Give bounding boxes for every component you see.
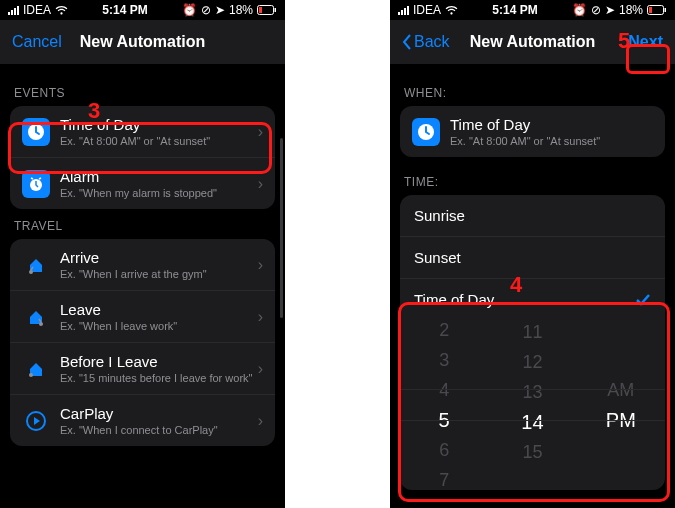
- svg-point-6: [39, 322, 43, 326]
- chevron-right-icon: ›: [258, 360, 263, 378]
- back-label: Back: [414, 33, 450, 51]
- travel-group: Arrive Ex. "When I arrive at the gym" › …: [10, 239, 275, 446]
- back-button[interactable]: Back: [402, 33, 450, 51]
- chevron-right-icon: ›: [258, 175, 263, 193]
- scrollbar[interactable]: [280, 138, 283, 318]
- svg-point-7: [29, 373, 33, 377]
- signal-bars-icon: [8, 6, 19, 15]
- section-when-label: WHEN:: [404, 86, 661, 100]
- cancel-button[interactable]: Cancel: [12, 33, 62, 51]
- page-title: New Automation: [470, 33, 596, 51]
- battery-icon: [257, 5, 277, 15]
- rotation-lock-icon: ⊘: [591, 3, 601, 17]
- chevron-right-icon: ›: [258, 308, 263, 326]
- leave-icon: [22, 303, 50, 331]
- status-time: 5:14 PM: [492, 3, 537, 17]
- row-subtitle: Ex. "When I leave work": [60, 320, 258, 332]
- option-sunset[interactable]: Sunset: [400, 236, 665, 278]
- wifi-icon: [55, 5, 68, 15]
- arrive-icon: [22, 251, 50, 279]
- when-card: Time of Day Ex. "At 8:00 AM" or "At suns…: [400, 106, 665, 157]
- when-subtitle: Ex. "At 8:00 AM" or "At sunset": [450, 135, 653, 147]
- row-carplay[interactable]: CarPlay Ex. "When I connect to CarPlay" …: [10, 394, 275, 446]
- option-sunrise[interactable]: Sunrise: [400, 195, 665, 236]
- nav-bar: Back New Automation Next: [390, 20, 675, 64]
- when-title: Time of Day: [450, 116, 653, 133]
- row-subtitle: Ex. "When my alarm is stopped": [60, 187, 258, 199]
- row-subtitle: Ex. "At 8:00 AM" or "At sunset": [60, 135, 258, 147]
- chevron-right-icon: ›: [258, 256, 263, 274]
- signal-bars-icon: [398, 6, 409, 15]
- time-group: Sunrise Sunset Time of Day 2 3 4 5 6 7 1…: [400, 195, 665, 490]
- alarm-icon: ⏰: [572, 3, 587, 17]
- events-group: Time of Day Ex. "At 8:00 AM" or "At suns…: [10, 106, 275, 209]
- location-icon: ➤: [605, 3, 615, 17]
- row-title: Before I Leave: [60, 353, 258, 370]
- row-title: Alarm: [60, 168, 258, 185]
- carplay-icon: [22, 407, 50, 435]
- row-alarm[interactable]: Alarm Ex. "When my alarm is stopped" ›: [10, 157, 275, 209]
- carrier-label: IDEA: [23, 3, 51, 17]
- status-right: ⏰ ⊘ ➤ 18%: [182, 3, 277, 17]
- row-subtitle: Ex. "When I connect to CarPlay": [60, 424, 258, 436]
- location-icon: ➤: [215, 3, 225, 17]
- page-title: New Automation: [80, 33, 206, 51]
- alarm-icon: ⏰: [182, 3, 197, 17]
- nav-bar: Cancel New Automation: [0, 20, 285, 64]
- option-time-of-day[interactable]: Time of Day: [400, 278, 665, 320]
- carrier-label: IDEA: [413, 3, 441, 17]
- clock-icon: [412, 118, 440, 146]
- section-time-label: TIME:: [404, 175, 661, 189]
- check-icon: [635, 292, 651, 308]
- alarm-clock-icon: [22, 170, 50, 198]
- row-title: CarPlay: [60, 405, 258, 422]
- status-bar: IDEA 5:14 PM ⏰ ⊘ ➤ 18%: [390, 0, 675, 20]
- before-leave-icon: [22, 355, 50, 383]
- chevron-left-icon: [402, 34, 412, 50]
- row-title: Leave: [60, 301, 258, 318]
- picker-minute[interactable]: 11 12 13 14 15: [488, 320, 576, 490]
- row-arrive[interactable]: Arrive Ex. "When I arrive at the gym" ›: [10, 239, 275, 290]
- row-title: Arrive: [60, 249, 258, 266]
- battery-percent: 18%: [229, 3, 253, 17]
- next-button[interactable]: Next: [628, 33, 663, 51]
- annotation-4: 4: [510, 272, 522, 298]
- battery-icon: [647, 5, 667, 15]
- wifi-icon: [445, 5, 458, 15]
- annotation-3: 3: [88, 98, 100, 124]
- row-before-leave[interactable]: Before I Leave Ex. "15 minutes before I …: [10, 342, 275, 394]
- chevron-right-icon: ›: [258, 412, 263, 430]
- section-travel-label: TRAVEL: [14, 219, 271, 233]
- status-right: ⏰ ⊘ ➤ 18%: [572, 3, 667, 17]
- status-bar: IDEA 5:14 PM ⏰ ⊘ ➤ 18%: [0, 0, 285, 20]
- row-leave[interactable]: Leave Ex. "When I leave work" ›: [10, 290, 275, 342]
- row-subtitle: Ex. "When I arrive at the gym": [60, 268, 258, 280]
- clock-icon: [22, 118, 50, 146]
- svg-point-5: [29, 270, 33, 274]
- picker-hour[interactable]: 2 3 4 5 6 7: [400, 320, 488, 490]
- svg-rect-11: [649, 7, 652, 13]
- svg-rect-10: [665, 8, 667, 12]
- row-subtitle: Ex. "15 minutes before I leave for work": [60, 372, 258, 384]
- battery-percent: 18%: [619, 3, 643, 17]
- time-picker[interactable]: 2 3 4 5 6 7 11 12 13 14 15: [400, 320, 665, 490]
- picker-ampm[interactable]: AM PM: [577, 320, 665, 490]
- status-time: 5:14 PM: [102, 3, 147, 17]
- svg-rect-1: [275, 8, 277, 12]
- section-events-label: EVENTS: [14, 86, 271, 100]
- rotation-lock-icon: ⊘: [201, 3, 211, 17]
- row-time-of-day[interactable]: Time of Day Ex. "At 8:00 AM" or "At suns…: [10, 106, 275, 157]
- chevron-right-icon: ›: [258, 123, 263, 141]
- annotation-5: 5: [618, 28, 630, 54]
- svg-rect-2: [259, 7, 262, 13]
